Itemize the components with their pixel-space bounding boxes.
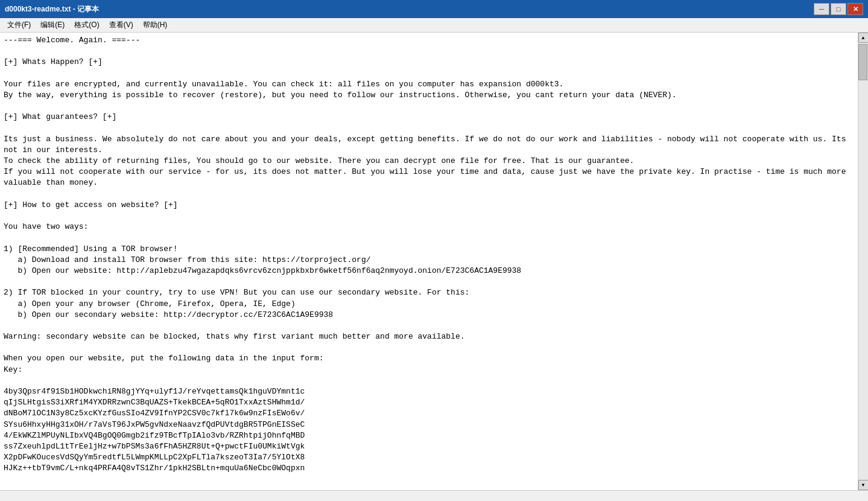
- scroll-up-button[interactable]: ▲: [858, 33, 869, 43]
- scroll-down-button[interactable]: ▼: [858, 480, 869, 490]
- title-bar: d000kt3-readme.txt - 记事本 ─ □ ✕: [0, 0, 868, 18]
- window-title: d000kt3-readme.txt - 记事本: [5, 4, 99, 14]
- menu-help[interactable]: 帮助(H): [138, 19, 173, 31]
- window-controls: ─ □ ✕: [814, 3, 863, 15]
- vertical-scrollbar[interactable]: ▲ ▼: [858, 33, 868, 490]
- scroll-track[interactable]: [858, 43, 868, 480]
- menu-view[interactable]: 查看(V): [104, 19, 138, 31]
- minimize-button[interactable]: ─: [814, 3, 829, 15]
- close-button[interactable]: ✕: [847, 3, 863, 15]
- content-area: ---=== Welcome. Again. ===--- [+] Whats …: [0, 33, 868, 490]
- menu-format[interactable]: 格式(O): [69, 19, 104, 31]
- maximize-button[interactable]: □: [831, 3, 846, 15]
- main-window: d000kt3-readme.txt - 记事本 ─ □ ✕ 文件(F) 编辑(…: [0, 0, 868, 501]
- menu-edit[interactable]: 编辑(E): [36, 19, 69, 31]
- menu-file[interactable]: 文件(F): [2, 19, 36, 31]
- text-editor[interactable]: ---=== Welcome. Again. ===--- [+] Whats …: [0, 33, 858, 490]
- scroll-thumb[interactable]: [858, 44, 867, 80]
- status-bar: [0, 490, 868, 501]
- menu-bar: 文件(F) 编辑(E) 格式(O) 查看(V) 帮助(H): [0, 18, 868, 33]
